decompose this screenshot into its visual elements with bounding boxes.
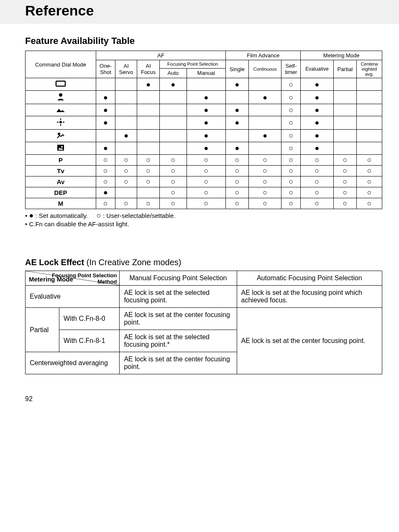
- table-row: P: [26, 154, 382, 165]
- cell-portrait-fp_auto: [160, 91, 187, 104]
- cell-night-continuous: [248, 142, 281, 154]
- col-single: Single: [226, 60, 249, 78]
- cell-full_auto-fp_auto: [160, 78, 187, 91]
- cell-portrait-cw_avg: [357, 91, 382, 104]
- table-row: [26, 104, 382, 116]
- cell-P-ai_focus: [137, 154, 160, 165]
- cell-closeup-single: [226, 116, 249, 129]
- row-label-Tv: Tv: [26, 165, 96, 176]
- cell-M-fp_manual: [187, 198, 225, 209]
- cell-M-fp_auto: [160, 198, 187, 209]
- cell-DEP-self_timer: [281, 187, 301, 198]
- cell-partial-sub1-manual: AE lock is set at the center focusing po…: [120, 308, 237, 330]
- cell-sports-ai_focus: [137, 129, 160, 142]
- cell-sports-cw_avg: [357, 129, 382, 142]
- cell-closeup-cw_avg: [357, 116, 382, 129]
- landscape-icon: [56, 106, 66, 114]
- svg-point-9: [61, 146, 63, 148]
- col-cw-avg: Centerw eighted avg.: [357, 60, 382, 78]
- cell-portrait-ai_focus: [137, 91, 160, 104]
- closeup-icon: [56, 118, 65, 128]
- cell-portrait-one_shot: [96, 91, 115, 104]
- cell-Tv-continuous: [248, 165, 281, 176]
- cell-closeup-fp_auto: [160, 116, 187, 129]
- cell-closeup-partial: [333, 116, 357, 129]
- cell-M-ai_focus: [137, 198, 160, 209]
- cell-night-self_timer: [281, 142, 301, 154]
- cell-portrait-self_timer: [281, 91, 301, 104]
- group-metering: Metering Mode: [301, 51, 382, 60]
- row-label-sports: [26, 129, 96, 142]
- cell-DEP-fp_manual: [187, 187, 225, 198]
- cell-sports-one_shot: [96, 129, 115, 142]
- cell-Tv-single: [226, 165, 249, 176]
- cell-night-ai_servo: [115, 142, 137, 154]
- cell-landscape-self_timer: [281, 104, 301, 116]
- cell-full_auto-cw_avg: [357, 78, 382, 91]
- row-label-P: P: [26, 154, 96, 165]
- row-label-night: [26, 142, 96, 154]
- col-manual-fp: Manual Focusing Point Selection: [120, 271, 237, 286]
- table-row: [26, 116, 382, 129]
- table-row: [26, 142, 382, 154]
- cell-full_auto-self_timer: [281, 78, 301, 91]
- table-row: Tv: [26, 165, 382, 176]
- cell-sports-self_timer: [281, 129, 301, 142]
- col-command-dial: Command Dial Mode: [26, 51, 96, 78]
- cell-sports-fp_manual: [187, 129, 225, 142]
- svg-point-7: [58, 133, 60, 135]
- table-row: M: [26, 198, 382, 209]
- cell-night-single: [226, 142, 249, 154]
- cell-P-fp_manual: [187, 154, 225, 165]
- cell-night-fp_manual: [187, 142, 225, 154]
- cell-Av-ai_servo: [115, 176, 137, 187]
- cell-closeup-ai_focus: [137, 116, 160, 129]
- cell-landscape-fp_manual: [187, 104, 225, 116]
- cell-sports-ai_servo: [115, 129, 137, 142]
- row-label-M: M: [26, 198, 96, 209]
- svg-point-1: [59, 93, 62, 97]
- section-ae-lock-title: AE Lock Effect (In Creative Zone modes): [25, 258, 382, 267]
- cell-M-continuous: [248, 198, 281, 209]
- cell-night-ai_focus: [137, 142, 160, 154]
- cell-portrait-evaluative: [301, 91, 333, 104]
- cell-sports-partial: [333, 129, 357, 142]
- diag-bottom-label: Metering Mode: [29, 276, 73, 283]
- cell-night-fp_auto: [160, 142, 187, 154]
- cell-DEP-partial: [333, 187, 357, 198]
- cell-Tv-partial: [333, 165, 357, 176]
- cell-M-self_timer: [281, 198, 301, 209]
- col-fp-manual: Manual: [187, 68, 225, 78]
- cell-P-self_timer: [281, 154, 301, 165]
- cell-sports-fp_auto: [160, 129, 187, 142]
- cell-night-partial: [333, 142, 357, 154]
- cell-landscape-continuous: [248, 104, 281, 116]
- cell-landscape-partial: [333, 104, 357, 116]
- table-row: [26, 129, 382, 142]
- cell-night-one_shot: [96, 142, 115, 154]
- col-partial: Partial: [333, 60, 357, 78]
- cell-M-single: [226, 198, 249, 209]
- col-fp-auto: Auto: [160, 68, 187, 78]
- section-feature-table-title: Feature Availability Table: [25, 36, 382, 46]
- cell-landscape-evaluative: [301, 104, 333, 116]
- cell-night-evaluative: [301, 142, 333, 154]
- cell-P-one_shot: [96, 154, 115, 165]
- cell-Av-one_shot: [96, 176, 115, 187]
- cell-sports-single: [226, 129, 249, 142]
- table1-legend: • : Set automatically. : User-selectable…: [25, 212, 382, 229]
- cell-partial-cw-auto: AE lock is set at the center focusing po…: [237, 308, 382, 374]
- cell-Av-continuous: [248, 176, 281, 187]
- svg-point-2: [59, 121, 62, 123]
- legend-note2: C.Fn can disable the AF-assist light.: [29, 220, 129, 228]
- cell-DEP-evaluative: [301, 187, 333, 198]
- col-one-shot: One- Shot: [96, 60, 115, 78]
- cell-closeup-ai_servo: [115, 116, 137, 129]
- col-fp-selection: Focusing Point Selection: [160, 60, 226, 69]
- cell-landscape-one_shot: [96, 104, 115, 116]
- cell-full_auto-one_shot: [96, 78, 115, 91]
- cell-P-ai_servo: [115, 154, 137, 165]
- cell-DEP-fp_auto: [160, 187, 187, 198]
- col-self-timer: Self- timer: [281, 60, 301, 78]
- row-evaluative-label: Evaluative: [26, 286, 120, 308]
